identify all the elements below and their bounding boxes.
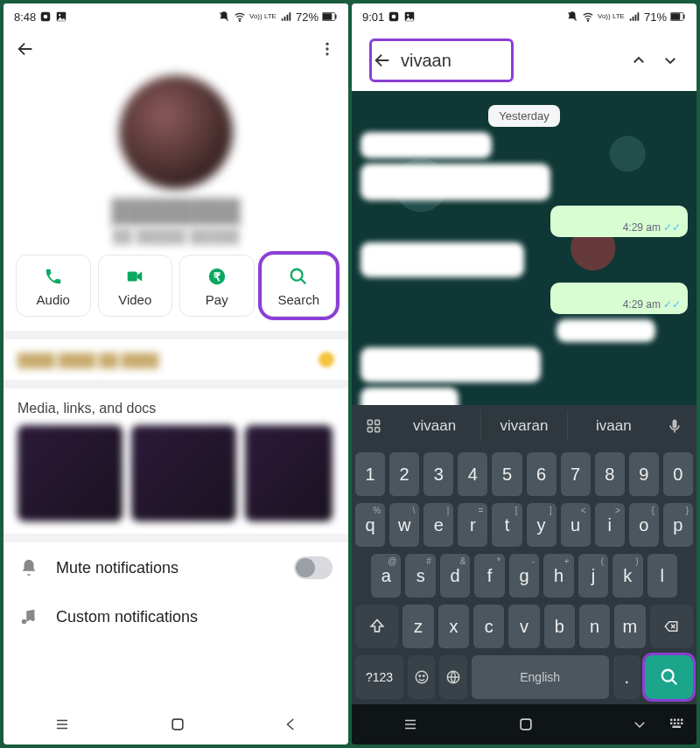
about-row[interactable]: ████ ████ ██ ████ — [4, 339, 348, 380]
key-d[interactable]: d& — [440, 554, 470, 598]
key-8[interactable]: 8 — [595, 452, 625, 496]
key-x[interactable]: x — [438, 605, 469, 648]
search-input[interactable] — [401, 51, 622, 71]
key-k[interactable]: k) — [612, 554, 642, 598]
outgoing-message[interactable]: 4:29 am ✓✓ — [550, 283, 688, 314]
key-o[interactable]: o{ — [629, 503, 659, 547]
svg-rect-33 — [375, 428, 380, 432]
incoming-message[interactable] — [360, 388, 458, 405]
back-button[interactable] — [16, 39, 35, 59]
phone-icon — [43, 266, 64, 287]
media-thumb[interactable] — [18, 425, 122, 521]
back-nav-button[interactable] — [284, 717, 299, 732]
media-header[interactable]: Media, links, and docs — [4, 388, 348, 425]
incoming-message[interactable] — [360, 132, 492, 158]
audio-call-button[interactable]: Audio — [16, 255, 91, 317]
enter-search-key[interactable] — [645, 655, 693, 699]
language-key[interactable] — [439, 655, 466, 699]
wifi-icon — [582, 10, 594, 23]
contact-name: ████████ — [111, 198, 240, 225]
chat-area[interactable]: Yesterday 4:29 am ✓✓ 4:29 am ✓✓ — [352, 91, 696, 405]
overflow-menu-button[interactable] — [318, 40, 336, 58]
status-time: 8:48 — [14, 10, 36, 24]
outgoing-message[interactable]: 4:29 am ✓✓ — [550, 206, 688, 237]
mic-icon[interactable] — [660, 411, 690, 441]
svg-point-15 — [291, 269, 303, 281]
key-3[interactable]: 3 — [424, 452, 453, 496]
incoming-message[interactable] — [360, 242, 524, 277]
recents-button[interactable] — [52, 717, 72, 732]
backspace-key[interactable] — [650, 605, 693, 648]
home-button[interactable] — [517, 716, 535, 733]
mute-toggle[interactable] — [294, 556, 332, 579]
key-q[interactable]: q% — [355, 503, 385, 547]
key-u[interactable]: u< — [561, 503, 591, 547]
recents-button[interactable] — [401, 717, 420, 732]
mute-notifications-row[interactable]: Mute notifications — [4, 542, 348, 593]
shift-key[interactable] — [355, 605, 398, 648]
key-4[interactable]: 4 — [458, 452, 487, 496]
custom-notifications-row[interactable]: Custom notifications — [4, 593, 348, 640]
suggestion-2[interactable]: vivaran — [480, 410, 567, 442]
key-p[interactable]: p} — [663, 503, 693, 547]
key-t[interactable]: t[ — [492, 503, 522, 547]
key-l[interactable]: l — [648, 554, 677, 598]
period-key[interactable]: . — [613, 655, 640, 699]
emoji-key[interactable] — [408, 655, 435, 699]
key-g[interactable]: g- — [509, 554, 539, 598]
key-f[interactable]: f* — [474, 554, 504, 598]
key-5[interactable]: 5 — [492, 452, 522, 496]
key-7[interactable]: 7 — [561, 452, 591, 496]
battery-icon — [322, 11, 338, 22]
key-9[interactable]: 9 — [629, 452, 659, 496]
key-y[interactable]: y] — [527, 503, 556, 547]
key-c[interactable]: c — [473, 605, 504, 648]
key-n[interactable]: n — [579, 605, 610, 648]
media-thumb[interactable] — [131, 425, 236, 521]
key-2[interactable]: 2 — [389, 452, 419, 496]
key-v[interactable]: v — [508, 605, 539, 648]
home-button[interactable] — [169, 716, 186, 733]
grid-icon[interactable] — [359, 411, 388, 441]
search-button[interactable]: Search — [262, 255, 337, 317]
avatar[interactable] — [119, 75, 233, 189]
key-a[interactable]: a@ — [371, 554, 401, 598]
svg-point-5 — [239, 20, 240, 21]
key-m[interactable]: m — [614, 605, 645, 648]
search-back-button[interactable] — [373, 51, 392, 70]
camera-icon — [39, 10, 52, 23]
key-z[interactable]: z — [402, 605, 433, 648]
suggestion-3[interactable]: ivaan — [571, 410, 656, 442]
media-thumb[interactable] — [245, 425, 332, 521]
image-icon — [403, 10, 416, 23]
hide-keyboard-button[interactable] — [632, 717, 648, 732]
space-key[interactable]: English — [472, 655, 609, 699]
key-6[interactable]: 6 — [527, 452, 556, 496]
key-0[interactable]: 0 — [663, 452, 693, 496]
incoming-message[interactable] — [360, 347, 541, 382]
svg-rect-30 — [368, 420, 372, 424]
key-h[interactable]: h+ — [543, 554, 573, 598]
contact-topbar — [4, 30, 348, 68]
incoming-message[interactable] — [360, 164, 550, 200]
pay-button[interactable]: ₹ Pay — [179, 255, 255, 317]
divider — [4, 331, 348, 339]
search-prev-button[interactable] — [631, 52, 647, 68]
keyboard-switch-button[interactable] — [668, 717, 686, 731]
key-1[interactable]: 1 — [355, 452, 385, 496]
search-next-button[interactable] — [662, 52, 678, 68]
key-r[interactable]: r= — [458, 503, 487, 547]
suggestion-1[interactable]: vivaan — [392, 410, 477, 442]
key-s[interactable]: s# — [405, 554, 435, 598]
key-j[interactable]: j( — [578, 554, 608, 598]
svg-rect-12 — [128, 272, 137, 282]
key-w[interactable]: w\ — [389, 503, 419, 547]
incoming-message[interactable] — [556, 319, 654, 342]
svg-point-26 — [587, 20, 588, 21]
video-call-button[interactable]: Video — [98, 255, 173, 317]
key-e[interactable]: e| — [424, 503, 453, 547]
symbols-key[interactable]: ?123 — [355, 655, 403, 699]
svg-rect-20 — [172, 719, 183, 730]
key-b[interactable]: b — [544, 605, 575, 648]
key-i[interactable]: i> — [595, 503, 625, 547]
